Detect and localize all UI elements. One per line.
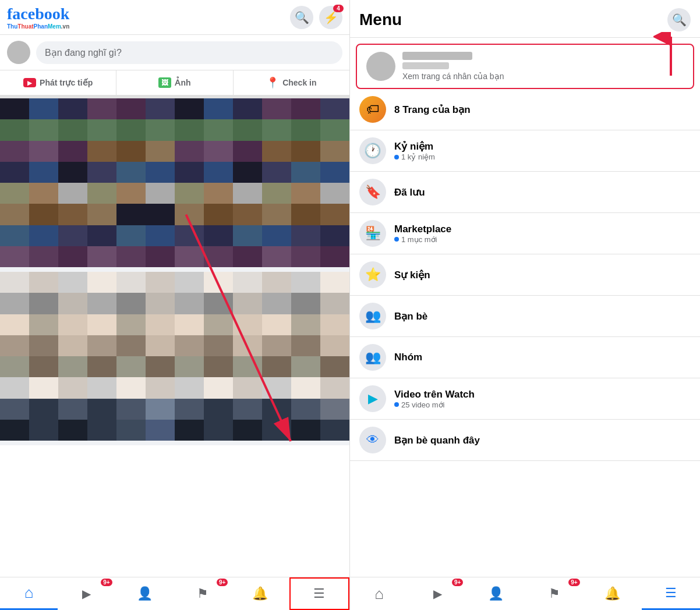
- right-nav-home[interactable]: ⌂: [350, 577, 408, 610]
- photo-icon: 🖼: [158, 77, 171, 88]
- profile-section: Xem trang cá nhân của bạn: [350, 38, 700, 89]
- right-nav-pages[interactable]: ⚑ 9+: [525, 577, 584, 610]
- nav-video[interactable]: ▶ 9+: [58, 577, 115, 610]
- pages-menu-icon: 🏷: [359, 96, 386, 123]
- right-panel: Menu 🔍 Xem trang cá nhân của bạn: [350, 0, 700, 610]
- feed-card-2: [0, 272, 349, 441]
- header-icons: 🔍 ⚡ 4: [290, 6, 342, 29]
- right-header: Menu 🔍: [350, 0, 700, 38]
- right-menu-icon: ☰: [665, 586, 677, 601]
- pages-label: 8 Trang của bạn: [394, 104, 471, 116]
- avatar: [7, 41, 30, 64]
- nearby-menu-icon: 👁: [359, 427, 386, 453]
- menu-icon: ☰: [313, 586, 325, 601]
- memories-dot: [394, 155, 399, 159]
- friends-menu-icon: 👥: [359, 303, 386, 329]
- nav-notifications[interactable]: 🔔: [231, 577, 289, 610]
- menu-item-pages[interactable]: 🏷 8 Trang của bạn: [350, 89, 700, 130]
- menu-item-nearby[interactable]: 👁 Bạn bè quanh đây: [350, 420, 700, 461]
- bell-icon: 🔔: [252, 586, 268, 601]
- right-nav-menu[interactable]: ☰: [642, 577, 700, 610]
- profile-name-placeholder: [402, 52, 472, 60]
- search-button[interactable]: 🔍: [290, 6, 313, 29]
- facebook-logo: facebook ThuThuatPhanMem.vn: [7, 5, 69, 30]
- messenger-button[interactable]: ⚡ 4: [319, 6, 342, 29]
- search-icon: 🔍: [295, 10, 309, 24]
- watch-dot: [394, 402, 399, 407]
- memories-label: Kỷ niệm: [394, 140, 435, 152]
- checkin-icon: 📍: [266, 76, 279, 89]
- friends-label: Bạn bè: [394, 310, 427, 322]
- nav-profile[interactable]: 👤: [116, 577, 174, 610]
- groups-label: Nhóm: [394, 352, 422, 363]
- watch-sublabel: 25 video mới: [394, 400, 475, 409]
- saved-text: Đã lưu: [394, 186, 425, 198]
- saved-menu-icon: 🔖: [359, 179, 386, 205]
- profile-avatar: [366, 52, 395, 81]
- nearby-label: Bạn bè quanh đây: [394, 434, 480, 446]
- friends-text: Bạn bè: [394, 310, 427, 322]
- marketplace-dot: [394, 237, 399, 242]
- feed: [0, 98, 349, 445]
- right-nav-video[interactable]: ▶ 9+: [408, 577, 466, 610]
- right-profile-icon: 👤: [488, 586, 504, 601]
- profile-info: Xem trang cá nhân của bạn: [402, 52, 504, 81]
- messenger-icon: ⚡: [324, 10, 338, 24]
- right-nav-notifications[interactable]: 🔔: [584, 577, 642, 610]
- menu-item-friends[interactable]: 👥 Bạn bè: [350, 296, 700, 337]
- nav-pages[interactable]: ⚑ 9+: [174, 577, 231, 610]
- groups-menu-icon: 👥: [359, 344, 386, 371]
- profile-name-placeholder-2: [402, 62, 449, 69]
- feed-image-2: [0, 272, 349, 441]
- menu-item-memories[interactable]: 🕐 Kỷ niệm 1 kỷ niệm: [350, 130, 700, 172]
- events-label: Sự kiện: [394, 269, 430, 281]
- watch-text: Video trên Watch 25 video mới: [394, 389, 475, 409]
- menu-item-events[interactable]: ⭐ Sự kiện: [350, 254, 700, 296]
- pages-icon: ⚑: [197, 586, 208, 601]
- left-panel: facebook ThuThuatPhanMem.vn 🔍 ⚡ 4 Bạn đa…: [0, 0, 350, 610]
- right-home-icon: ⌂: [374, 585, 384, 603]
- live-label: Phát trực tiếp: [40, 78, 93, 87]
- left-bottom-nav: ⌂ ▶ 9+ 👤 ⚑ 9+ 🔔 ☰: [0, 577, 349, 610]
- right-nav-profile[interactable]: 👤: [466, 577, 525, 610]
- post-input[interactable]: Bạn đang nghĩ gì?: [36, 41, 342, 64]
- messenger-badge: 4: [333, 5, 344, 12]
- menu-item-groups[interactable]: 👥 Nhóm: [350, 337, 700, 378]
- nav-menu[interactable]: ☰: [289, 577, 349, 610]
- memories-menu-icon: 🕐: [359, 137, 386, 164]
- watch-menu-icon: ▶: [359, 385, 386, 412]
- pages-text: 8 Trang của bạn: [394, 104, 471, 116]
- profile-view-text: Xem trang cá nhân của bạn: [402, 72, 504, 81]
- live-icon: ▶: [23, 78, 36, 87]
- menu-item-watch[interactable]: ▶ Video trên Watch 25 video mới: [350, 378, 700, 420]
- marketplace-text: Marketplace 1 mục mới: [394, 224, 451, 244]
- right-search-icon: 🔍: [672, 13, 687, 27]
- live-button[interactable]: ▶ Phát trực tiếp: [0, 70, 116, 95]
- profile-card[interactable]: Xem trang cá nhân của bạn: [356, 44, 694, 89]
- memories-text: Kỷ niệm 1 kỷ niệm: [394, 140, 435, 161]
- saved-label: Đã lưu: [394, 186, 425, 198]
- video-icon: ▶: [82, 587, 91, 601]
- menu-title: Menu: [359, 10, 402, 29]
- memories-sublabel: 1 kỷ niệm: [394, 152, 435, 161]
- menu-item-saved[interactable]: 🔖 Đã lưu: [350, 172, 700, 213]
- post-box: Bạn đang nghĩ gì?: [0, 35, 349, 70]
- checkin-label: Check in: [282, 78, 316, 87]
- photo-button[interactable]: 🖼 Ảnh: [116, 70, 233, 95]
- menu-item-marketplace[interactable]: 🏪 Marketplace 1 mục mới: [350, 213, 700, 254]
- events-text: Sự kiện: [394, 269, 430, 281]
- right-search-button[interactable]: 🔍: [667, 8, 691, 31]
- right-video-icon: ▶: [433, 587, 442, 601]
- checkin-button[interactable]: 📍 Check in: [234, 70, 349, 95]
- left-header: facebook ThuThuatPhanMem.vn 🔍 ⚡ 4: [0, 0, 349, 35]
- marketplace-menu-icon: 🏪: [359, 220, 386, 247]
- photo-label: Ảnh: [175, 78, 190, 87]
- right-bottom-nav: ⌂ ▶ 9+ 👤 ⚑ 9+ 🔔 ☰: [350, 577, 700, 610]
- nav-home[interactable]: ⌂: [0, 577, 58, 610]
- right-bell-icon: 🔔: [604, 586, 620, 601]
- feed-image-1: [0, 98, 349, 267]
- events-menu-icon: ⭐: [359, 261, 386, 288]
- right-pages-icon: ⚑: [549, 586, 560, 601]
- right-video-badge: 9+: [452, 579, 463, 586]
- action-row: ▶ Phát trực tiếp 🖼 Ảnh 📍 Check in: [0, 70, 349, 98]
